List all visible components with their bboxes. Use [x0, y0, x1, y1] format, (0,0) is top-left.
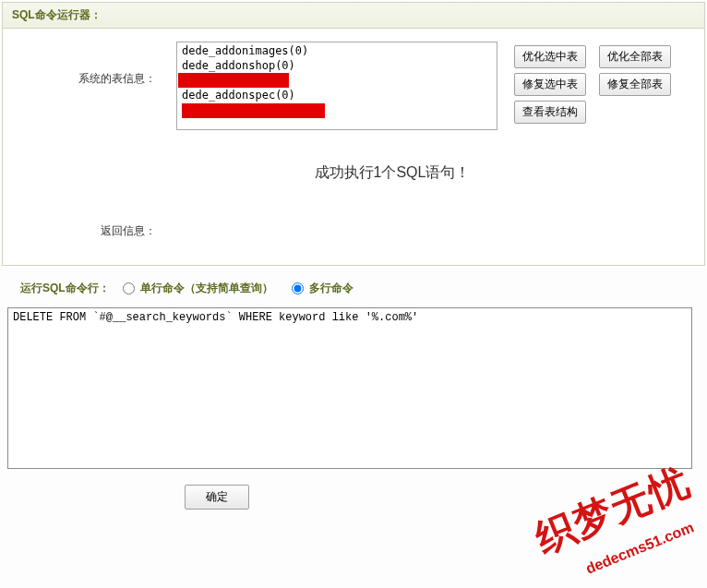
table-info-label: 系统的表信息：: [19, 42, 176, 87]
list-item[interactable]: dede_addonshop(0): [178, 58, 496, 73]
repair-all-button[interactable]: 修复全部表: [599, 73, 671, 96]
single-line-radio[interactable]: [123, 282, 135, 294]
optimize-all-button[interactable]: 优化全部表: [599, 45, 671, 68]
sql-textarea[interactable]: [7, 307, 692, 469]
table-listbox[interactable]: dede_addonimages(0) dede_addonshop(0) de…: [176, 42, 497, 130]
submit-row: 确定: [185, 485, 707, 510]
sql-mode-row: 运行SQL命令行： 单行命令（支持简单查询） 多行命令: [18, 277, 707, 307]
single-line-option[interactable]: 单行命令（支持简单查询）: [123, 281, 286, 296]
panel-body: 系统的表信息： dede_addonimages(0) dede_addonsh…: [3, 29, 704, 265]
multi-line-option[interactable]: 多行命令: [292, 281, 366, 296]
list-item-redacted[interactable]: [178, 73, 289, 88]
multi-line-label: 多行命令: [309, 282, 354, 294]
multi-line-radio[interactable]: [292, 282, 304, 294]
watermark-en: dedecms51.com: [584, 519, 697, 577]
submit-button[interactable]: 确定: [185, 485, 249, 510]
list-item-redacted[interactable]: [182, 103, 325, 118]
button-group: 优化选中表 修复选中表 查看表结构 优化全部表 修复全部表: [514, 45, 671, 124]
table-info-content: dede_addonimages(0) dede_addonshop(0) de…: [176, 42, 688, 130]
watermark-cn: 织梦无忧: [528, 456, 698, 565]
run-sql-label: 运行SQL命令行：: [20, 281, 110, 296]
sql-runner-panel: SQL命令运行器： 系统的表信息： dede_addonimages(0) de…: [2, 2, 705, 266]
repair-selected-button[interactable]: 修复选中表: [514, 73, 586, 96]
table-info-row: 系统的表信息： dede_addonimages(0) dede_addonsh…: [19, 42, 688, 130]
success-message: 成功执行1个SQL语句！: [97, 163, 688, 183]
single-line-label: 单行命令（支持简单查询）: [140, 282, 273, 294]
watermark: 织梦无忧 dedecms51.com: [535, 459, 701, 579]
optimize-selected-button[interactable]: 优化选中表: [514, 45, 586, 68]
list-item[interactable]: dede_addonspec(0): [178, 88, 496, 102]
return-info-row: 返回信息：: [19, 223, 688, 239]
list-item[interactable]: dede_addonimages(0): [178, 43, 496, 58]
return-info-label: 返回信息：: [19, 223, 176, 239]
panel-title: SQL命令运行器：: [3, 3, 704, 29]
view-structure-button[interactable]: 查看表结构: [514, 101, 586, 124]
